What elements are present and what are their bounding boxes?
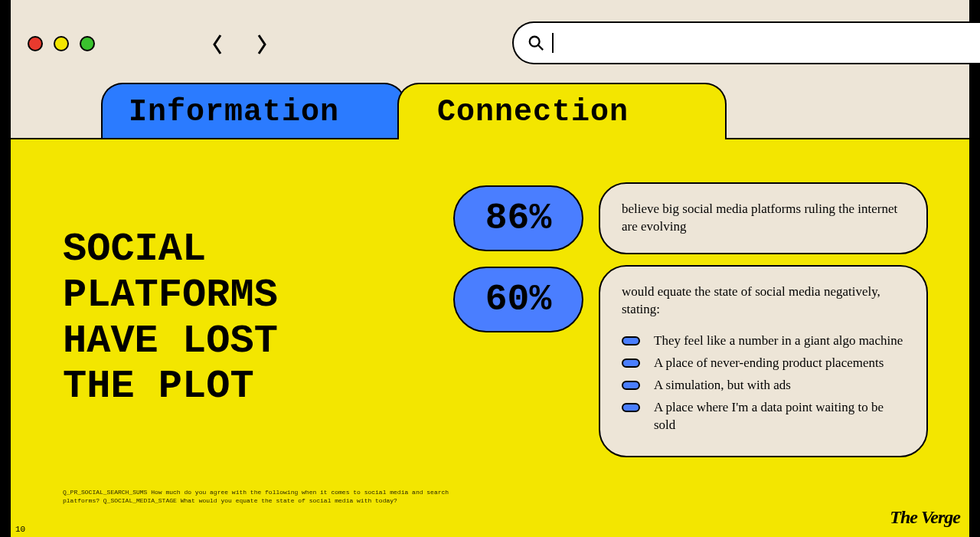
zoom-dot-icon (80, 36, 95, 51)
bullet-text: A simulation, but with ads (654, 377, 791, 395)
stat-value: 60% (485, 279, 551, 320)
bullet-icon (622, 359, 640, 368)
search-bar (512, 21, 980, 64)
tab-label: Information (129, 95, 339, 129)
text-cursor-icon (552, 33, 554, 53)
list-item: A place where I'm a data point waiting t… (622, 399, 905, 434)
stat-text: believe big social media platforms rulin… (622, 201, 897, 234)
list-item: A simulation, but with ads (622, 377, 905, 395)
search-icon (528, 34, 544, 51)
stat-box-2: would equate the state of social media n… (599, 265, 928, 457)
list-item: A place of never-ending product placemen… (622, 355, 905, 372)
bullet-icon (622, 381, 640, 390)
headline: SOCIAL PLATFORMS HAVE LOST THE PLOT (63, 227, 278, 410)
list-item: They feel like a number in a giant algo … (622, 332, 905, 350)
slide: Information Connection SOCIAL PLATFORMS … (11, 0, 969, 537)
stat-box-1: believe big social media platforms rulin… (599, 182, 928, 254)
page-number: 10 (15, 525, 25, 534)
bullet-icon (622, 336, 640, 345)
tab-label: Connection (437, 95, 629, 129)
tab-connection: Connection (397, 83, 727, 139)
stat-pill-2: 60% (453, 267, 583, 332)
window-dots (28, 36, 95, 51)
forward-arrow-icon (253, 29, 271, 60)
stat-text: would equate the state of social media n… (622, 284, 880, 316)
tab-active-mask (400, 136, 724, 141)
back-arrow-icon (208, 29, 227, 60)
stat-value: 86% (485, 198, 551, 239)
bullet-icon (622, 403, 640, 412)
stat-pill-1: 86% (453, 185, 583, 251)
slide-content: SOCIAL PLATFORMS HAVE LOST THE PLOT 86% … (11, 138, 969, 537)
verge-logo: The Verge (890, 507, 960, 528)
bullet-text: They feel like a number in a giant algo … (654, 332, 903, 350)
minimize-dot-icon (54, 36, 69, 51)
bullet-text: A place of never-ending product placemen… (654, 355, 884, 372)
svg-line-1 (538, 45, 543, 50)
bullet-text: A place where I'm a data point waiting t… (654, 399, 905, 434)
nav-arrows (208, 29, 271, 60)
bullet-list: They feel like a number in a giant algo … (622, 332, 905, 434)
close-dot-icon (28, 36, 43, 51)
footnote: Q_PR_SOCIAL_SEARCH_SUMS How much do you … (63, 489, 461, 505)
svg-point-0 (530, 37, 540, 47)
tab-information: Information (101, 83, 406, 139)
